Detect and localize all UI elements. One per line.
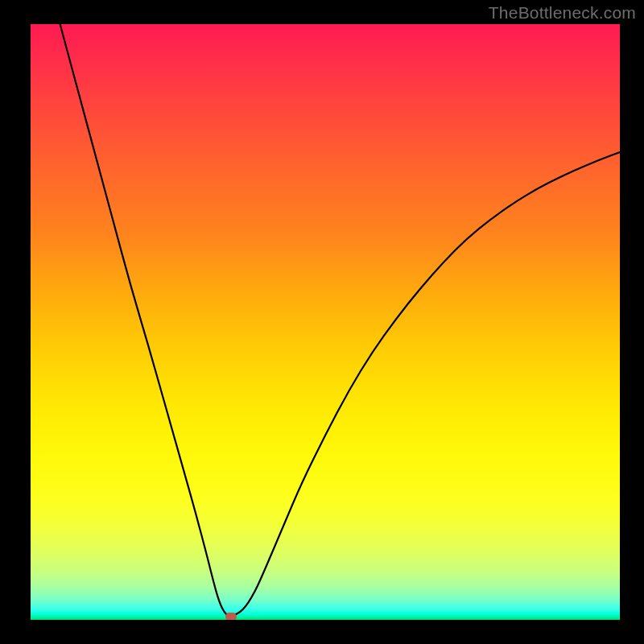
chart-frame: TheBottleneck.com <box>0 0 644 644</box>
watermark-text: TheBottleneck.com <box>489 3 636 23</box>
curve-svg <box>31 24 620 620</box>
curve-line <box>60 24 620 616</box>
minimum-marker <box>225 613 237 620</box>
plot-area <box>31 24 620 620</box>
